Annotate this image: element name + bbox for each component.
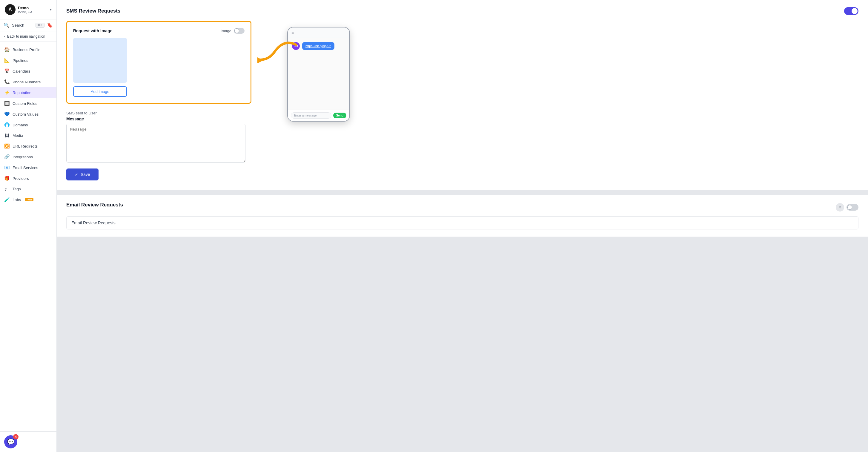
image-label: Image — [221, 29, 231, 33]
nav-item-label: Email Services — [12, 165, 38, 170]
sms-review-section: SMS Review Requests Request with Image I… — [57, 0, 868, 190]
phone-message-input: Enter a message — [291, 112, 332, 119]
email-toggle-switch[interactable] — [846, 204, 859, 211]
sidebar-item-business-profile[interactable]: 🏠 Business Profile — [0, 44, 56, 55]
custom-fields-icon: 🔲 — [4, 101, 9, 106]
nav-item-label: Reputation — [12, 91, 31, 95]
user-profile-header[interactable]: A Demo Irvine, CA ▾ — [0, 0, 56, 20]
nav-item-label: URL Redirects — [12, 144, 38, 149]
sidebar-item-tags[interactable]: 🏷 Tags — [0, 184, 56, 194]
sms-section-title: SMS Review Requests — [66, 8, 120, 14]
chevron-down-icon: ▾ — [50, 7, 52, 12]
email-review-requests-row: Email Review Requests — [66, 216, 859, 230]
search-bar[interactable]: 🔍 Search ⌘K 🔖 — [0, 20, 56, 31]
sidebar-item-pipelines[interactable]: 📐 Pipelines — [0, 55, 56, 66]
nav-items-list: 🏠 Business Profile 📐 Pipelines 📅 Calenda… — [0, 42, 56, 431]
phone-top-bar: ≡ — [288, 28, 349, 38]
section-separator — [57, 191, 868, 193]
tags-icon: 🏷 — [4, 186, 9, 191]
business-profile-icon: 🏠 — [4, 47, 9, 52]
nav-item-label: Domains — [12, 123, 28, 127]
nav-item-label: Custom Fields — [12, 101, 37, 106]
email-section-header: Email Review Requests × — [66, 202, 859, 213]
request-with-image-label: Request with Image — [73, 28, 112, 33]
search-shortcut: ⌘K — [35, 23, 44, 28]
domains-icon: 🌐 — [4, 122, 9, 127]
nav-item-label: Providers — [12, 176, 29, 181]
labs-badge: new — [25, 198, 33, 201]
sidebar-item-labs[interactable]: 🧪 Labs new — [0, 194, 56, 205]
email-section-title: Email Review Requests — [66, 202, 123, 208]
sidebar-item-url-redirects[interactable]: 🔀 URL Redirects — [0, 141, 56, 151]
phone-send-button[interactable]: Send — [333, 113, 346, 118]
back-nav-label: Back to main navigation — [7, 34, 45, 38]
custom-values-icon: 💙 — [4, 112, 9, 117]
back-to-main-nav[interactable]: ‹ Back to main navigation — [0, 31, 56, 42]
sidebar-footer: 💬 4 — [0, 431, 56, 452]
chat-count-badge: 4 — [13, 434, 19, 440]
message-thread: JD https://bit.ly/gty52 — [292, 42, 345, 50]
image-toggle-area: Image — [221, 28, 245, 34]
avatar: A — [5, 4, 16, 15]
message-bubble[interactable]: https://bit.ly/gty52 — [302, 42, 334, 50]
sms-toggle[interactable] — [844, 7, 859, 15]
request-with-image-card: Request with Image Image Add image — [66, 21, 251, 104]
image-preview-area — [73, 38, 127, 83]
nav-item-label: Labs — [12, 198, 21, 202]
nav-item-label: Pipelines — [12, 58, 28, 63]
sidebar-item-custom-values[interactable]: 💙 Custom Values — [0, 109, 56, 120]
nav-item-label: Calendars — [12, 69, 30, 73]
sidebar-item-email-services[interactable]: 📧 Email Services — [0, 162, 56, 173]
email-review-label: Email Review Requests — [71, 220, 116, 225]
phone-numbers-icon: 📞 — [4, 79, 9, 85]
bookmark-icon[interactable]: 🔖 — [47, 22, 53, 28]
sms-sent-area: SMS sent to User Message ✓ Save — [66, 111, 251, 180]
save-button[interactable]: ✓ Save — [66, 169, 98, 180]
email-review-section: Email Review Requests × Email Review Req… — [57, 195, 868, 237]
checkmark-icon: ✓ — [75, 172, 78, 177]
sidebar-item-providers[interactable]: 🎁 Providers — [0, 173, 56, 184]
url-redirects-icon: 🔀 — [4, 143, 9, 149]
email-close-button[interactable]: × — [836, 203, 844, 212]
pipelines-icon: 📐 — [4, 58, 9, 63]
labs-icon: 🧪 — [4, 197, 9, 202]
card-header: Request with Image Image — [73, 28, 245, 34]
search-icon: 🔍 — [4, 22, 9, 28]
sidebar-item-calendars[interactable]: 📅 Calendars — [0, 66, 56, 77]
sms-toggle-knob — [851, 8, 858, 14]
reputation-icon: ⚡ — [4, 90, 9, 95]
nav-item-label: Phone Numbers — [12, 80, 41, 84]
contact-avatar: JD — [292, 42, 300, 50]
sidebar-item-integrations[interactable]: 🔗 Integrations — [0, 151, 56, 162]
image-toggle-switch[interactable] — [234, 28, 245, 34]
sidebar-item-custom-fields[interactable]: 🔲 Custom Fields — [0, 98, 56, 109]
image-toggle-knob — [235, 28, 239, 33]
sidebar-item-phone-numbers[interactable]: 📞 Phone Numbers — [0, 77, 56, 87]
nav-item-label: Integrations — [12, 155, 33, 159]
svg-marker-0 — [257, 57, 264, 63]
hamburger-icon: ≡ — [291, 30, 294, 35]
providers-icon: 🎁 — [4, 176, 9, 181]
sidebar: A Demo Irvine, CA ▾ 🔍 Search ⌘K 🔖 ‹ Back… — [0, 0, 57, 452]
chevron-left-icon: ‹ — [4, 34, 5, 38]
message-field-label: Message — [66, 117, 251, 121]
sidebar-item-reputation[interactable]: ⚡ Reputation — [0, 87, 56, 98]
add-image-button[interactable]: Add image — [73, 86, 127, 97]
email-services-icon: 📧 — [4, 165, 9, 170]
sidebar-item-domains[interactable]: 🌐 Domains — [0, 120, 56, 130]
user-name: Demo — [18, 6, 48, 10]
phone-body: JD https://bit.ly/gty52 — [288, 38, 349, 110]
sms-section-header: SMS Review Requests — [66, 7, 859, 15]
integrations-icon: 🔗 — [4, 154, 9, 159]
sms-sent-label: SMS sent to User — [66, 111, 251, 115]
nav-item-label: Business Profile — [12, 48, 40, 52]
phone-footer: Enter a message Send — [288, 110, 349, 121]
save-label: Save — [81, 172, 90, 177]
calendars-icon: 📅 — [4, 68, 9, 74]
message-textarea[interactable] — [66, 124, 245, 162]
nav-item-label: Custom Values — [12, 112, 38, 117]
phone-mockup: ≡ JD https://bit.ly/gty52 — [287, 27, 350, 122]
chat-button[interactable]: 💬 4 — [4, 435, 17, 448]
main-content: SMS Review Requests Request with Image I… — [57, 0, 868, 452]
sidebar-item-media[interactable]: 🖼 Media — [0, 130, 56, 141]
